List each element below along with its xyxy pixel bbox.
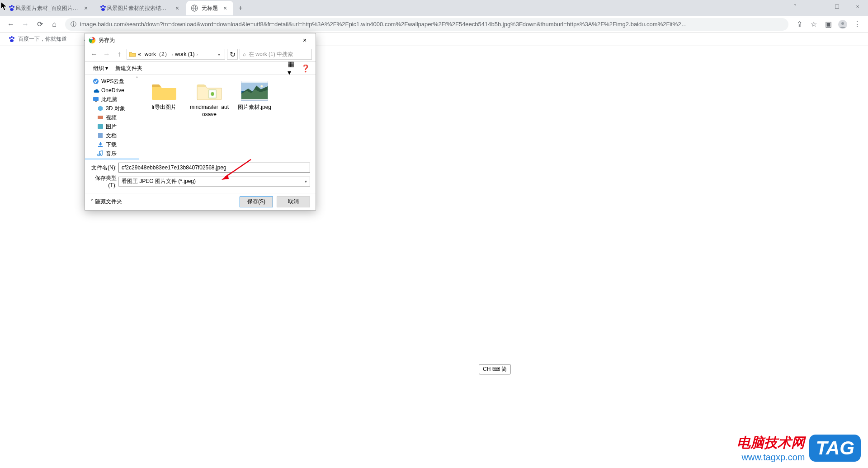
apple-icon bbox=[74, 36, 81, 43]
address-bar[interactable]: ⓘ image.baidu.com/search/down?tn=downloa… bbox=[65, 18, 788, 31]
music-icon bbox=[97, 150, 104, 157]
url-text: image.baidu.com/search/down?tn=download&… bbox=[80, 21, 783, 28]
folder-icon bbox=[151, 80, 178, 102]
star-icon[interactable]: ☆ bbox=[807, 17, 821, 32]
search-placeholder: 在 work (1) 中搜索 bbox=[249, 51, 293, 58]
scroll-up-icon[interactable]: ^ bbox=[136, 76, 138, 80]
minimize-button[interactable]: — bbox=[806, 0, 826, 14]
watermark-url: www.tagxp.com bbox=[737, 452, 805, 463]
file-name: lr导出图片 bbox=[152, 104, 177, 111]
save-button[interactable]: 保存(S) bbox=[240, 197, 273, 207]
file-folder-1[interactable]: lr导出图片 bbox=[144, 80, 184, 118]
folder-icon bbox=[196, 80, 223, 102]
svg-rect-23 bbox=[98, 124, 103, 129]
tree-label: 视频 bbox=[106, 114, 117, 122]
tab-2[interactable]: 风景图片素材的搜索结果_百度图 × bbox=[95, 1, 185, 15]
file-list: lr导出图片 mindmaster_autosave 图片素材.jpeg bbox=[139, 75, 316, 160]
tree-desktop[interactable]: 桌面 bbox=[85, 158, 139, 160]
forward-button[interactable]: → bbox=[101, 49, 112, 60]
watermark-tag: TAG bbox=[809, 435, 861, 462]
svg-point-3 bbox=[10, 8, 14, 11]
reload-button[interactable]: ⟳ bbox=[33, 17, 47, 32]
watermark: 电脑技术网 www.tagxp.com TAG bbox=[737, 434, 861, 463]
tree-music[interactable]: 音乐 bbox=[85, 149, 139, 158]
bookmark-baidu[interactable]: 百度一下，你就知道 bbox=[5, 35, 71, 43]
svg-point-29 bbox=[211, 92, 214, 96]
view-mode-button[interactable]: ▦ ▾ bbox=[288, 63, 298, 74]
close-icon[interactable]: × bbox=[174, 5, 181, 12]
file-folder-2[interactable]: mindmaster_autosave bbox=[189, 80, 230, 118]
svg-point-5 bbox=[102, 5, 104, 7]
search-input[interactable]: ⌕ 在 work (1) 中搜索 bbox=[240, 49, 312, 60]
download-icon bbox=[97, 141, 104, 148]
watermark-title: 电脑技术网 bbox=[737, 434, 805, 452]
tree-wps[interactable]: WPS云盘 bbox=[85, 77, 139, 86]
filetype-field: 保存类型(T): 看图王 JPEG 图片文件 (*.jpeg) ▾ bbox=[90, 174, 310, 188]
close-dialog-button[interactable]: × bbox=[297, 35, 312, 46]
back-button[interactable]: ← bbox=[4, 17, 18, 32]
tab-title: 无标题 bbox=[202, 5, 218, 12]
close-icon[interactable]: × bbox=[222, 5, 229, 12]
new-folder-button[interactable]: 新建文件夹 bbox=[112, 65, 146, 72]
globe-icon bbox=[191, 5, 198, 12]
svg-point-12 bbox=[841, 22, 844, 25]
baidu-favicon bbox=[8, 36, 15, 43]
chevron-right-icon: › bbox=[196, 52, 198, 57]
tree-videos[interactable]: 视频 bbox=[85, 113, 139, 122]
tree-pictures[interactable]: 图片 bbox=[85, 122, 139, 131]
menu-icon[interactable]: ⋮ bbox=[850, 17, 864, 32]
path-seg-2[interactable]: work (1) bbox=[173, 51, 196, 57]
svg-point-15 bbox=[13, 37, 14, 39]
new-tab-button[interactable]: + bbox=[234, 2, 247, 14]
tree-documents[interactable]: 文档 bbox=[85, 131, 139, 140]
organize-button[interactable]: 组织 ▾ bbox=[90, 65, 112, 72]
back-button[interactable]: ← bbox=[89, 49, 99, 60]
cancel-button[interactable]: 取消 bbox=[277, 197, 310, 207]
svg-rect-22 bbox=[98, 116, 103, 119]
ime-indicator[interactable]: CH ⌨ 简 bbox=[479, 364, 511, 374]
tree-this-pc[interactable]: 此电脑 bbox=[85, 95, 139, 104]
forward-button[interactable]: → bbox=[18, 17, 33, 32]
up-button[interactable]: ↑ bbox=[114, 49, 125, 60]
tab-1[interactable]: 风景图片素材_百度图片搜索 × bbox=[4, 1, 94, 15]
annotation-arrow bbox=[222, 158, 253, 181]
hide-folders-toggle[interactable]: ˅ 隐藏文件夹 bbox=[90, 198, 122, 206]
path-dropdown[interactable]: ▾ bbox=[215, 49, 223, 59]
dialog-fields: 文件名(N): 保存类型(T): 看图王 JPEG 图片文件 (*.jpeg) … bbox=[85, 160, 316, 193]
profile-icon[interactable] bbox=[835, 17, 850, 32]
desktop-icon bbox=[97, 159, 104, 160]
dialog-address-bar: ← → ↑ « work（2） › work (1) › ▾ ↻ ⌕ 在 wor… bbox=[85, 47, 316, 61]
filename-input[interactable] bbox=[118, 163, 310, 173]
tree-3d-objects[interactable]: 3D 对象 bbox=[85, 104, 139, 113]
svg-rect-20 bbox=[93, 97, 99, 101]
file-name: mindmaster_autosave bbox=[189, 104, 230, 118]
tab-3[interactable]: 无标题 × bbox=[186, 1, 233, 15]
svg-point-13 bbox=[9, 37, 11, 39]
folder-tree: ^ WPS云盘 OneDrive 此电脑 3D 对象 视频 bbox=[85, 75, 139, 160]
chrome-icon bbox=[89, 37, 96, 44]
home-button[interactable]: ⌂ bbox=[47, 17, 61, 32]
filetype-value: 看图王 JPEG 图片文件 (*.jpeg) bbox=[122, 178, 196, 185]
svg-point-2 bbox=[13, 6, 14, 8]
video-icon bbox=[97, 114, 104, 121]
close-icon[interactable]: × bbox=[82, 5, 90, 12]
filetype-label: 保存类型(T): bbox=[90, 174, 117, 188]
chevron-down-icon[interactable]: ˅ bbox=[785, 0, 806, 14]
dialog-titlebar: 另存为 × bbox=[85, 33, 316, 47]
close-window-button[interactable]: × bbox=[847, 0, 868, 14]
path-seg-1[interactable]: work（2） bbox=[143, 51, 172, 58]
path-breadcrumb[interactable]: « work（2） › work (1) › ▾ bbox=[127, 49, 225, 60]
help-icon[interactable]: ❓ bbox=[300, 63, 311, 74]
file-name: 图片素材.jpeg bbox=[238, 104, 271, 111]
svg-point-32 bbox=[260, 85, 263, 88]
doc-icon bbox=[97, 132, 104, 139]
tree-onedrive[interactable]: OneDrive bbox=[85, 86, 139, 95]
tree-downloads[interactable]: 下载 bbox=[85, 140, 139, 149]
onedrive-icon bbox=[92, 87, 99, 94]
share-icon[interactable]: ⇪ bbox=[792, 17, 807, 32]
sidepanel-icon[interactable]: ▣ bbox=[821, 17, 835, 32]
refresh-button[interactable]: ↻ bbox=[227, 49, 238, 60]
file-image-1[interactable]: 图片素材.jpeg bbox=[234, 80, 275, 118]
maximize-button[interactable]: ☐ bbox=[826, 0, 847, 14]
filetype-select[interactable]: 看图王 JPEG 图片文件 (*.jpeg) ▾ bbox=[118, 177, 310, 187]
